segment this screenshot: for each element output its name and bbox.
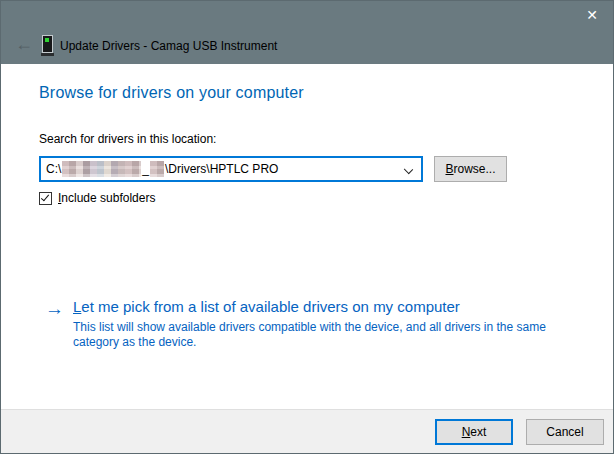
include-subfolders-checkbox[interactable] bbox=[39, 192, 52, 205]
let-me-pick-description: This list will show available drivers co… bbox=[73, 320, 560, 350]
browse-button[interactable]: Browse... bbox=[434, 156, 507, 182]
let-me-pick-link[interactable]: Let me pick from a list of available dri… bbox=[73, 298, 460, 315]
next-button[interactable]: Next bbox=[435, 419, 513, 445]
usb-device-icon bbox=[41, 35, 54, 57]
footer-bar: Next Cancel bbox=[1, 409, 613, 453]
back-arrow-icon[interactable]: ← bbox=[15, 34, 33, 54]
usb-device-icon-base bbox=[41, 53, 54, 56]
page-title: Browse for drivers on your computer bbox=[39, 84, 304, 102]
include-subfolders-label[interactable]: Include subfolders bbox=[58, 191, 155, 205]
chevron-down-icon[interactable] bbox=[404, 165, 413, 174]
right-arrow-icon: → bbox=[45, 299, 64, 319]
title-bar: ✕ ← Update Drivers - Camag USB Instrumen… bbox=[1, 1, 613, 64]
driver-path-suffix: \Drivers\HPTLC PRO bbox=[165, 162, 278, 176]
checkmark-icon bbox=[41, 192, 49, 201]
dialog-title: Update Drivers - Camag USB Instrument bbox=[60, 39, 277, 53]
include-subfolders-row: Include subfolders bbox=[39, 191, 155, 205]
usb-device-icon-led bbox=[45, 38, 49, 42]
cancel-button[interactable]: Cancel bbox=[526, 419, 604, 445]
search-location-label: Search for drivers in this location: bbox=[39, 132, 216, 146]
driver-path-prefix: C:\ bbox=[46, 162, 61, 176]
driver-path-separator: _ bbox=[142, 162, 149, 176]
close-icon[interactable]: ✕ bbox=[579, 4, 605, 26]
redacted-path-segment bbox=[150, 161, 164, 177]
update-drivers-dialog: ✕ ← Update Drivers - Camag USB Instrumen… bbox=[0, 0, 614, 454]
driver-path-combobox[interactable]: C:\_\Drivers\HPTLC PRO bbox=[39, 156, 423, 182]
dialog-content: Browse for drivers on your computer Sear… bbox=[1, 64, 613, 409]
redacted-path-segment bbox=[62, 161, 141, 177]
